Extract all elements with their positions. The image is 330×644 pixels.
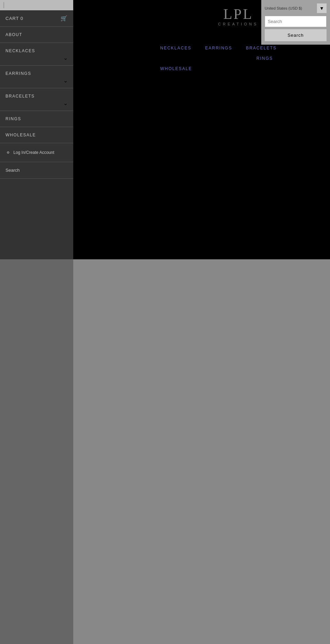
currency-label: United States (USD $) [265, 6, 317, 10]
sidebar-item-about[interactable]: ABOUT [0, 27, 73, 43]
sidebar-bracelets-group: BRACELETS ⌄ [0, 88, 73, 111]
sidebar-item-wholesale[interactable]: WHOLESALE [0, 127, 73, 143]
currency-button[interactable]: ▼ [317, 3, 327, 13]
sidebar: CART 0 🛒 ABOUT NECKLACES ⌄ EARRINGS ⌄ BR… [0, 0, 73, 259]
top-bar-line [3, 2, 4, 8]
sidebar-login-label: Log In/Create Account [13, 150, 54, 155]
search-button[interactable]: Search [265, 29, 327, 41]
currency-row: United States (USD $) ▼ [265, 3, 327, 13]
sidebar-login[interactable]: ⚬ Log In/Create Account [0, 143, 73, 162]
sidebar-search-label: Search [6, 168, 20, 173]
cart-label: CART 0 [6, 16, 23, 21]
sidebar-earrings-group: EARRINGS ⌄ [0, 66, 73, 88]
sidebar-cart[interactable]: CART 0 🛒 [0, 10, 73, 27]
nav-wholesale[interactable]: WHOLESALE [153, 64, 199, 74]
sidebar-item-rings[interactable]: RINGS [0, 111, 73, 127]
person-icon: ⚬ [6, 149, 11, 156]
sidebar-necklaces-label: NECKLACES [6, 48, 35, 53]
sidebar-rings-label: RINGS [6, 116, 21, 121]
necklaces-chevron-icon: ⌄ [63, 55, 68, 61]
gray-overlay-left [0, 259, 73, 644]
search-input[interactable] [265, 16, 327, 27]
sidebar-necklaces-group: NECKLACES ⌄ [0, 43, 73, 66]
nav-earrings[interactable]: EARRINGS [198, 43, 239, 53]
logo-sub: CREATIONS [218, 22, 258, 26]
search-dropdown: United States (USD $) ▼ Search [261, 0, 330, 45]
sidebar-wholesale-label: WHOLESALE [6, 133, 36, 137]
sidebar-earrings-label: EARRINGS [6, 71, 31, 76]
sidebar-bracelets-label: BRACELETS [6, 94, 35, 99]
earrings-chevron-icon: ⌄ [63, 77, 68, 84]
nav-bar: NECKLACES EARRINGS BRACELETS RINGS WHOLE… [146, 43, 330, 74]
bracelets-chevron-icon: ⌄ [63, 100, 68, 106]
nav-necklaces[interactable]: NECKLACES [153, 43, 198, 53]
sidebar-search[interactable]: Search [0, 162, 73, 179]
sidebar-item-bracelets[interactable]: BRACELETS [0, 88, 73, 100]
logo-main: LPL [218, 7, 258, 21]
sidebar-about-label: ABOUT [6, 32, 22, 37]
nav-rings[interactable]: RINGS [250, 53, 280, 64]
sidebar-item-earrings[interactable]: EARRINGS [0, 66, 73, 77]
cart-icon: 🛒 [60, 15, 68, 22]
sidebar-item-necklaces[interactable]: NECKLACES [0, 43, 73, 55]
